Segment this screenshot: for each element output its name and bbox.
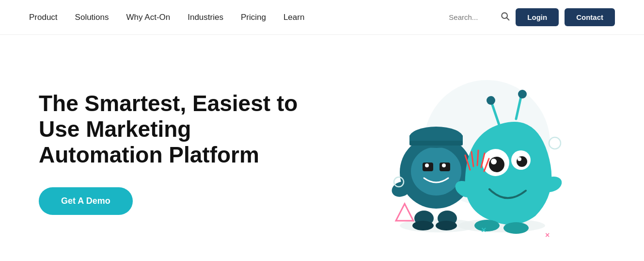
contact-button[interactable]: Contact — [565, 8, 615, 26]
svg-text:×: × — [545, 231, 550, 239]
navbar: Product Solutions Why Act-On Industries … — [0, 0, 644, 35]
svg-rect-13 — [409, 141, 463, 146]
nav-why-act-on[interactable]: Why Act-On — [126, 13, 171, 22]
search-container — [449, 11, 510, 23]
nav-links: Product Solutions Why Act-On Industries … — [29, 13, 304, 22]
svg-point-21 — [489, 157, 504, 172]
svg-marker-39 — [396, 204, 413, 221]
svg-text:×: × — [481, 225, 487, 235]
nav-product[interactable]: Product — [29, 13, 58, 22]
svg-point-22 — [491, 159, 497, 164]
svg-point-9 — [425, 163, 429, 167]
login-button[interactable]: Login — [516, 8, 559, 26]
search-input[interactable] — [449, 13, 497, 21]
svg-line-1 — [507, 18, 509, 20]
svg-point-33 — [503, 222, 529, 234]
svg-line-36 — [477, 150, 478, 165]
svg-point-29 — [518, 90, 527, 98]
hero-section: The Smartest, Easiest to Use Marketing A… — [0, 35, 644, 261]
hero-text: The Smartest, Easiest to Use Marketing A… — [39, 91, 320, 215]
search-icon[interactable] — [500, 11, 510, 23]
hero-illustration: × × — [320, 64, 605, 242]
svg-point-10 — [442, 163, 446, 167]
svg-point-25 — [518, 157, 521, 161]
svg-point-18 — [412, 221, 434, 230]
svg-point-27 — [487, 96, 495, 105]
hero-headline: The Smartest, Easiest to Use Marketing A… — [39, 91, 320, 168]
svg-point-32 — [474, 220, 500, 231]
nav-industries[interactable]: Industries — [188, 13, 223, 22]
nav-right: Login Contact — [449, 8, 615, 26]
svg-point-19 — [436, 221, 457, 230]
nav-pricing[interactable]: Pricing — [241, 13, 266, 22]
get-demo-button[interactable]: Get A Demo — [39, 187, 133, 215]
svg-point-43 — [549, 137, 561, 149]
nav-learn[interactable]: Learn — [283, 13, 304, 22]
svg-point-6 — [411, 147, 461, 196]
mascot-illustration: × × — [361, 65, 565, 240]
nav-solutions[interactable]: Solutions — [75, 13, 109, 22]
